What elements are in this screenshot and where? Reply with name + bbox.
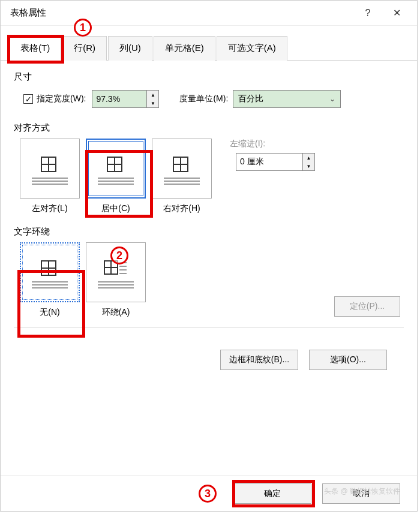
position-button[interactable]: 定位(P)... <box>334 296 400 317</box>
align-right-icon <box>173 157 191 172</box>
wrap-around-icon <box>104 260 128 276</box>
indent-input[interactable] <box>236 154 302 170</box>
align-row: 左对齐(L) 居中(C) 右对齐(H) <box>14 139 404 214</box>
size-row: ✓ 指定宽度(W): ▲ ▼ 度量单位(M): 百分比 ⌄ <box>23 90 404 108</box>
help-button[interactable]: ? <box>353 4 382 23</box>
tab-cell[interactable]: 单元格(E) <box>154 36 215 61</box>
spin-up-icon[interactable]: ▲ <box>303 154 314 162</box>
align-center-option[interactable]: 居中(C) <box>86 139 146 214</box>
unit-value: 百分比 <box>233 94 325 104</box>
align-left-option[interactable]: 左对齐(L) <box>20 139 80 214</box>
close-button[interactable]: ✕ <box>382 4 411 23</box>
spin-up-icon[interactable]: ▲ <box>147 91 158 99</box>
width-checkbox-label: 指定宽度(W): <box>37 94 86 104</box>
width-input[interactable] <box>92 91 146 107</box>
tab-table[interactable]: 表格(T) <box>9 36 61 61</box>
wrap-around-option[interactable]: 环绕(A) <box>86 242 146 318</box>
table-properties-dialog: 表格属性 ? ✕ 表格(T) 行(R) 列(U) 单元格(E) 可选文字(A) … <box>0 0 418 512</box>
inner-footer: 边框和底纹(B)... 选项(O)... <box>14 338 404 382</box>
tab-alt-text[interactable]: 可选文字(A) <box>217 36 287 61</box>
spin-down-icon[interactable]: ▼ <box>303 162 314 170</box>
unit-label: 度量单位(M): <box>179 94 228 104</box>
align-right-option[interactable]: 右对齐(H) <box>152 139 212 214</box>
width-checkbox[interactable]: ✓ <box>23 94 33 104</box>
width-spinner[interactable]: ▲ ▼ <box>92 90 159 108</box>
tab-row[interactable]: 行(R) <box>62 36 107 61</box>
dialog-title: 表格属性 <box>10 7 353 19</box>
tab-strip: 表格(T) 行(R) 列(U) 单元格(E) 可选文字(A) <box>1 35 417 61</box>
wrap-row: 无(N) 环 <box>14 242 404 318</box>
align-label: 对齐方式 <box>14 122 404 134</box>
spin-down-icon[interactable]: ▼ <box>147 99 158 107</box>
unit-dropdown[interactable]: 百分比 ⌄ <box>233 90 341 108</box>
wrap-label: 文字环绕 <box>14 226 404 238</box>
align-left-icon <box>41 157 59 172</box>
size-label: 尺寸 <box>14 71 404 83</box>
indent-label: 左缩进(I): <box>230 139 321 149</box>
ok-button[interactable]: 确定 <box>233 483 311 504</box>
border-shading-button[interactable]: 边框和底纹(B)... <box>220 350 298 370</box>
wrap-none-option[interactable]: 无(N) <box>20 242 80 318</box>
chevron-down-icon: ⌄ <box>325 95 340 103</box>
content-area: 尺寸 ✓ 指定宽度(W): ▲ ▼ 度量单位(M): 百分比 ⌄ 对齐方式 <box>1 61 417 393</box>
titlebar: 表格属性 ? ✕ <box>1 1 417 26</box>
options-button[interactable]: 选项(O)... <box>309 350 387 370</box>
wrap-none-icon <box>41 260 59 276</box>
tab-col[interactable]: 列(U) <box>108 36 152 61</box>
indent-spinner[interactable]: ▲ ▼ <box>236 153 315 171</box>
watermark: 头条 @ 数据蛙恢复软件 <box>324 486 400 497</box>
align-center-icon <box>107 157 125 172</box>
